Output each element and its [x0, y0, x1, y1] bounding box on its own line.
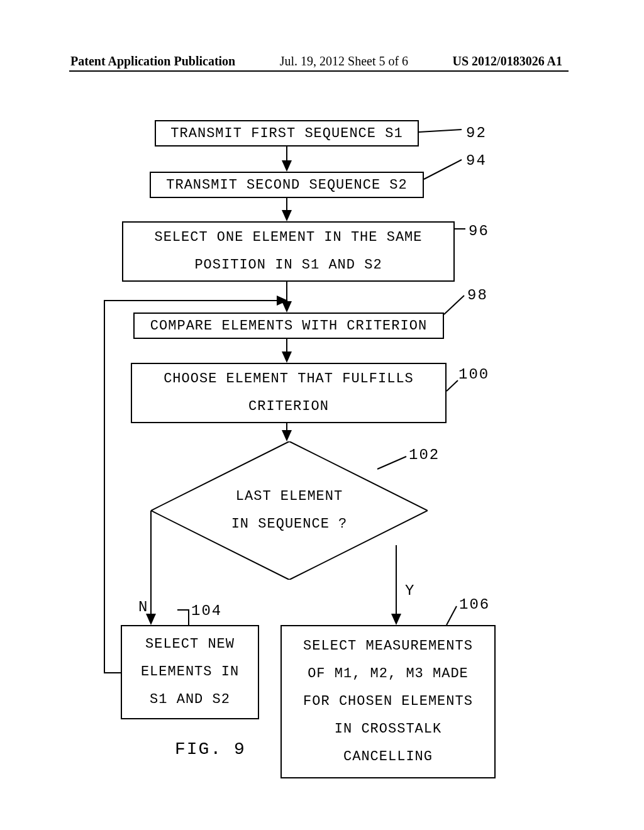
svg-line-11 [377, 456, 406, 469]
svg-line-7 [424, 160, 462, 179]
svg-line-9 [444, 296, 464, 314]
svg-line-6 [419, 130, 462, 132]
flow-arrows [0, 0, 644, 830]
svg-line-10 [447, 380, 458, 391]
svg-line-12 [447, 606, 457, 625]
flowchart-canvas: TRANSMIT FIRST SEQUENCE S1 TRANSMIT SECO… [0, 0, 644, 830]
